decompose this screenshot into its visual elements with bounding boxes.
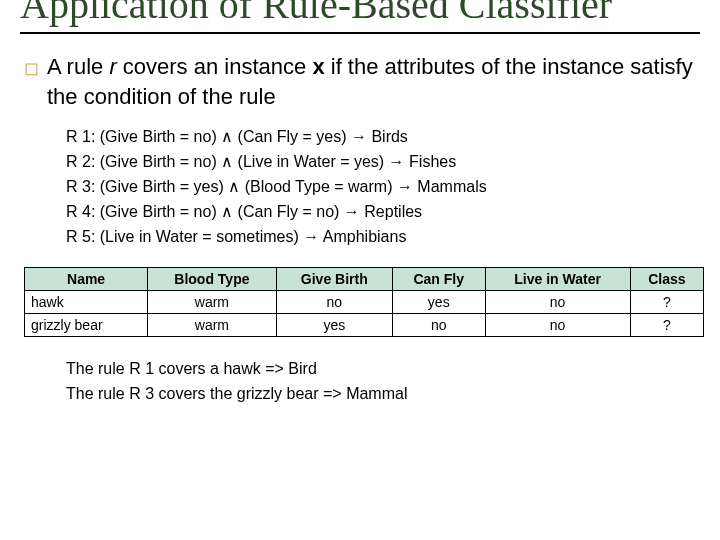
table-row: hawk warm no yes no ? — [25, 291, 704, 314]
col-header: Name — [25, 268, 148, 291]
cell: no — [485, 314, 630, 337]
rule-list: R 1: (Give Birth = no) ∧ (Can Fly = yes)… — [66, 125, 700, 249]
cell: no — [392, 314, 485, 337]
col-header: Class — [630, 268, 703, 291]
cell-name: grizzly bear — [25, 314, 148, 337]
cell: warm — [148, 314, 276, 337]
title-underline — [20, 32, 700, 34]
cell: warm — [148, 291, 276, 314]
slide-body: ◻ A rule r covers an instance x if the a… — [20, 52, 700, 407]
cell: yes — [276, 314, 392, 337]
col-header: Live in Water — [485, 268, 630, 291]
slide: Application of Rule-Based Classifier ◻ A… — [0, 0, 720, 524]
lead-pre: A rule — [47, 54, 109, 79]
square-bullet-icon: ◻ — [24, 56, 39, 80]
slide-title: Application of Rule-Based Classifier — [20, 0, 700, 26]
cell: yes — [392, 291, 485, 314]
table-row: grizzly bear warm yes no no ? — [25, 314, 704, 337]
rule-item: R 1: (Give Birth = no) ∧ (Can Fly = yes)… — [66, 125, 700, 150]
rule-item: R 5: (Live in Water = sometimes) → Amphi… — [66, 225, 700, 250]
data-table: Name Blood Type Give Birth Can Fly Live … — [24, 267, 704, 337]
lead-x: x — [312, 54, 324, 79]
lead-text: A rule r covers an instance x if the att… — [47, 52, 700, 111]
cell: no — [485, 291, 630, 314]
table-header-row: Name Blood Type Give Birth Can Fly Live … — [25, 268, 704, 291]
lead-mid: covers an instance — [117, 54, 313, 79]
col-header: Can Fly — [392, 268, 485, 291]
rule-item: R 2: (Give Birth = no) ∧ (Live in Water … — [66, 150, 700, 175]
col-header: Blood Type — [148, 268, 276, 291]
conclusion-line: The rule R 1 covers a hawk => Bird — [66, 357, 700, 382]
cell-name: hawk — [25, 291, 148, 314]
lead-paragraph: ◻ A rule r covers an instance x if the a… — [24, 52, 700, 111]
lead-r: r — [109, 54, 116, 79]
col-header: Give Birth — [276, 268, 392, 291]
rule-item: R 4: (Give Birth = no) ∧ (Can Fly = no) … — [66, 200, 700, 225]
cell: ? — [630, 291, 703, 314]
cell: no — [276, 291, 392, 314]
conclusion-line: The rule R 3 covers the grizzly bear => … — [66, 382, 700, 407]
conclusion-block: The rule R 1 covers a hawk => Bird The r… — [66, 357, 700, 407]
cell: ? — [630, 314, 703, 337]
rule-item: R 3: (Give Birth = yes) ∧ (Blood Type = … — [66, 175, 700, 200]
